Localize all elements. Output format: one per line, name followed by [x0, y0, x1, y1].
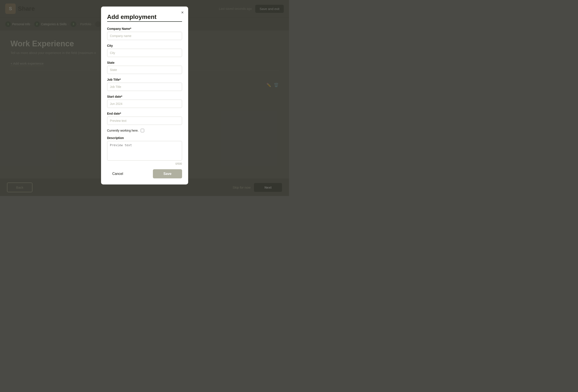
description-group: Description 0/500 [107, 136, 182, 165]
company-name-group: Company Name* [107, 27, 182, 40]
add-employment-modal: × Add employment Company Name* City Stat… [101, 6, 188, 185]
start-date-label: Start date* [107, 95, 182, 98]
modal-overlay: × Add employment Company Name* City Stat… [0, 0, 289, 196]
description-label: Description [107, 136, 182, 140]
modal-title-underline [107, 21, 182, 22]
currently-working-checkbox[interactable] [141, 129, 144, 132]
city-group: City [107, 44, 182, 57]
modal-save-button[interactable]: Save [153, 169, 182, 178]
modal-buttons: Cancel Save [107, 169, 182, 178]
currently-working-row: Currently working here. [107, 129, 182, 132]
start-date-input[interactable] [107, 100, 182, 108]
job-title-group: Job Title* [107, 78, 182, 91]
city-input[interactable] [107, 49, 182, 57]
char-count: 0/500 [107, 162, 182, 165]
cancel-button[interactable]: Cancel [107, 169, 129, 178]
modal-title: Add employment [107, 13, 182, 20]
job-title-input[interactable] [107, 83, 182, 91]
state-group: State [107, 61, 182, 74]
end-date-group: End date* [107, 112, 182, 125]
end-date-input[interactable] [107, 117, 182, 125]
city-label: City [107, 44, 182, 47]
company-name-label: Company Name* [107, 27, 182, 31]
currently-working-label: Currently working here. [107, 129, 139, 132]
modal-close-button[interactable]: × [181, 10, 184, 15]
company-name-input[interactable] [107, 32, 182, 40]
state-label: State [107, 61, 182, 64]
description-textarea[interactable] [107, 141, 182, 160]
end-date-label: End date* [107, 112, 182, 115]
job-title-label: Job Title* [107, 78, 182, 81]
state-input[interactable] [107, 66, 182, 74]
start-date-group: Start date* [107, 95, 182, 108]
